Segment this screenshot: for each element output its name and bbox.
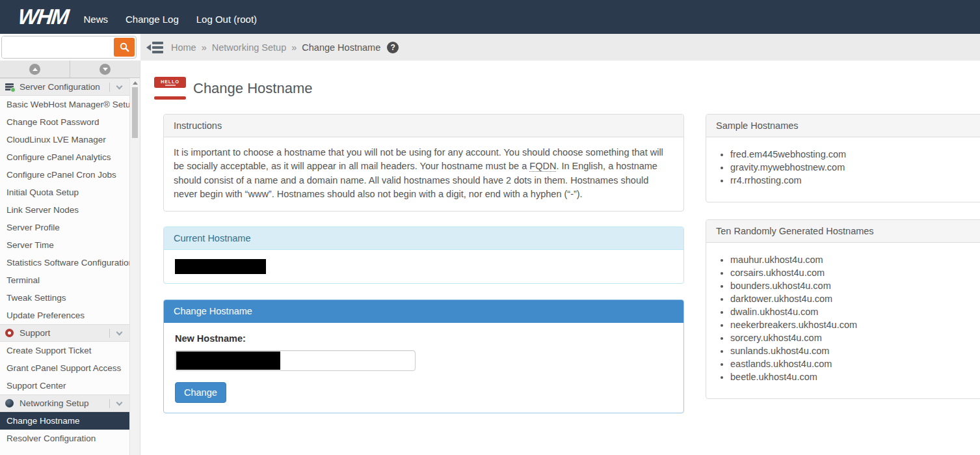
sidebar-item[interactable]: Basic WebHost Manager® Setup — [0, 96, 129, 113]
instructions-text: It is important to choose a hostname tha… — [164, 137, 683, 211]
hello-nametag-icon: HELLO — [154, 77, 186, 100]
sample-hostnames-panel: Sample Hostnames fred.em445webhosting.co… — [706, 114, 980, 202]
whm-logo[interactable]: WHM — [17, 5, 69, 29]
generated-hostname-item: sorcery.ukhost4u.com — [730, 331, 980, 344]
chevron-up-icon — [29, 64, 40, 75]
generated-hostnames-list: mauhur.ukhost4u.comcorsairs.ukhost4u.com… — [706, 253, 980, 383]
generated-hostname-item: bounders.ukhost4u.com — [730, 279, 980, 292]
search-box — [1, 36, 137, 59]
main-content: HELLO Change Hostname Instructions It is… — [140, 61, 980, 455]
server-icon — [5, 83, 14, 91]
fqdn-abbr[interactable]: FQDN — [529, 161, 556, 172]
sidebar-item[interactable]: Configure cPanel Cron Jobs — [0, 166, 129, 184]
change-hostname-panel: Change Hostname New Hostname: Change — [163, 299, 684, 413]
chevron-down-icon[interactable] — [116, 399, 123, 406]
generated-hostname-item: darktower.ukhost4u.com — [730, 292, 980, 305]
sidebar-item[interactable]: Terminal — [0, 271, 129, 289]
sidebar-section-label: Support — [20, 328, 103, 338]
generated-hostname-item: eastlands.ukhost4u.com — [730, 357, 980, 370]
sidebar-item[interactable]: CloudLinux LVE Manager — [0, 131, 129, 148]
generated-hostname-item: neekerbreakers.ukhost4u.com — [730, 318, 980, 331]
page-title: Change Hostname — [193, 80, 312, 97]
nav-news-link[interactable]: News — [83, 14, 108, 25]
sidebar-item[interactable]: Support Center — [0, 377, 129, 394]
sidebar-item[interactable]: Create Support Ticket — [0, 342, 129, 359]
current-hostname-body — [164, 250, 683, 283]
sample-hostnames-list: fred.em445webhosting.comgravity.mywebhos… — [706, 148, 980, 187]
collapse-arrow-icon — [146, 44, 151, 51]
sidebar: Server ConfigurationBasic WebHost Manage… — [0, 61, 140, 455]
new-hostname-label: New Hostname: — [175, 333, 672, 344]
sidebar-item[interactable]: Change Hostname — [0, 412, 129, 430]
navbar-links: News Change Log Log Out (root) — [83, 14, 257, 25]
generated-hostname-item: mauhur.ukhost4u.com — [730, 253, 980, 266]
current-hostname-panel-header: Current Hostname — [164, 227, 683, 250]
lifering-icon — [5, 329, 14, 337]
sidebar-item[interactable]: Server Profile — [0, 219, 129, 236]
sidebar-item[interactable]: Initial Quota Setup — [0, 184, 129, 201]
generated-hostname-item: beetle.ukhost4u.com — [730, 370, 980, 383]
instructions-panel: Instructions It is important to choose a… — [163, 114, 684, 212]
sidebar-section-header[interactable]: Networking Setup — [0, 394, 129, 412]
sidebar-scroll-up-button[interactable] — [0, 61, 70, 77]
breadcrumb-bar: Home » Networking Setup » Change Hostnam… — [140, 34, 980, 61]
sidebar-scrollbar[interactable] — [129, 78, 140, 455]
section-divider — [109, 83, 110, 92]
globe-icon — [5, 399, 14, 407]
sidebar-item[interactable]: Link Server Nodes — [0, 201, 129, 219]
breadcrumb-section-link[interactable]: Networking Setup — [212, 42, 286, 53]
change-hostname-form: New Hostname: Change — [164, 323, 683, 413]
search-button[interactable] — [114, 38, 135, 57]
sidebar-scroll-down-button[interactable] — [70, 61, 140, 77]
section-divider — [109, 329, 110, 338]
scrollbar-thumb[interactable] — [132, 87, 138, 138]
sidebar-section-label: Server Configuration — [20, 82, 103, 92]
help-icon[interactable]: ? — [387, 42, 399, 53]
page-title-row: HELLO Change Hostname — [154, 77, 312, 100]
chevron-down-icon — [99, 64, 111, 75]
chevron-down-icon[interactable] — [116, 329, 123, 335]
sidebar-item[interactable]: Server Time — [0, 236, 129, 254]
nav-changelog-link[interactable]: Change Log — [126, 14, 179, 25]
generated-hostname-item: corsairs.ukhost4u.com — [730, 266, 980, 279]
sub-bar: Home » Networking Setup » Change Hostnam… — [0, 34, 980, 61]
breadcrumb: Home » Networking Setup » Change Hostnam… — [171, 42, 399, 53]
sidebar-section-label: Networking Setup — [20, 398, 103, 408]
sidebar-item[interactable]: Resolver Configuration — [0, 430, 129, 447]
change-button[interactable]: Change — [175, 382, 226, 403]
generated-hostnames-panel: Ten Randomly Generated Hostnames mauhur.… — [706, 219, 980, 399]
search-icon — [120, 42, 129, 52]
search-input[interactable] — [2, 36, 113, 58]
sidebar-scroll-buttons — [0, 61, 140, 78]
breadcrumb-current: Change Hostname — [302, 42, 380, 53]
scrollbar-up-arrow-icon[interactable] — [133, 81, 138, 85]
sidebar-item[interactable]: Configure cPanel Analytics — [0, 148, 129, 166]
new-hostname-input-wrap — [175, 350, 416, 371]
generated-hostnames-body: mauhur.ukhost4u.comcorsairs.ukhost4u.com… — [706, 253, 980, 398]
sidebar-menu: Server ConfigurationBasic WebHost Manage… — [0, 78, 129, 455]
sidebar-item[interactable]: Grant cPanel Support Access — [0, 359, 129, 377]
current-hostname-panel: Current Hostname — [163, 227, 684, 284]
hello-nametag-bottom — [154, 96, 186, 100]
collapse-sidebar-icon[interactable] — [146, 42, 163, 53]
sidebar-item[interactable]: Change Root Password — [0, 113, 129, 131]
change-hostname-panel-header: Change Hostname — [164, 300, 683, 323]
instructions-panel-header: Instructions — [164, 115, 683, 137]
sidebar-section-header[interactable]: Support — [0, 324, 129, 342]
redacted-new-hostname — [176, 352, 280, 370]
sample-hostname-item: gravity.mywebhostnew.com — [730, 161, 980, 174]
sidebar-section-header[interactable]: Server Configuration — [0, 78, 129, 96]
sample-hostname-item: rr4.rrhosting.com — [730, 174, 980, 187]
sidebar-item[interactable]: Update Preferences — [0, 307, 129, 324]
breadcrumb-separator: » — [202, 42, 207, 53]
sample-hostname-item: fred.em445webhosting.com — [730, 148, 980, 161]
chevron-down-icon[interactable] — [116, 83, 123, 89]
generated-hostnames-panel-header: Ten Randomly Generated Hostnames — [706, 220, 980, 243]
top-navbar: WHM News Change Log Log Out (root) — [0, 0, 980, 34]
sidebar-item[interactable]: Statistics Software Configuration — [0, 254, 129, 271]
breadcrumb-home-link[interactable]: Home — [171, 42, 196, 53]
generated-hostname-item: sunlands.ukhost4u.com — [730, 344, 980, 357]
nav-logout-link[interactable]: Log Out (root) — [196, 14, 257, 25]
generated-hostname-item: dwalin.ukhost4u.com — [730, 305, 980, 318]
sidebar-item[interactable]: Tweak Settings — [0, 289, 129, 307]
